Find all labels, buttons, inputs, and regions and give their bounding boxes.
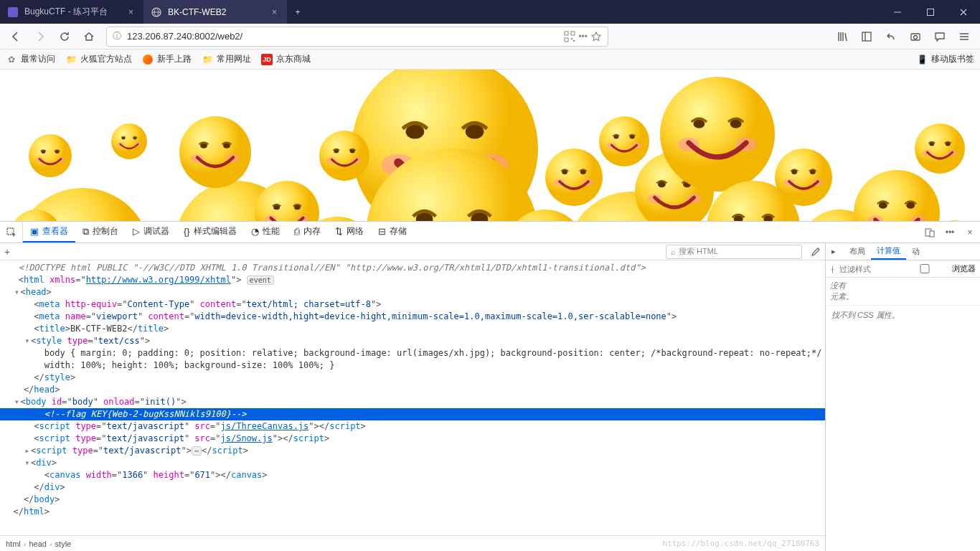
svg-point-57 (334, 149, 339, 153)
style-icon: {} (184, 226, 190, 237)
search-html-input[interactable]: ⌕ 搜索 HTML (666, 245, 802, 259)
console-icon: ⧉ (83, 226, 89, 237)
debugger-icon: ▷ (133, 226, 140, 237)
forward-button[interactable] (29, 26, 52, 47)
xmlns-link[interactable]: http://www.w3.org/1999/xhtml (86, 275, 231, 285)
tab-console[interactable]: ⧉控制台 (75, 222, 126, 242)
svg-rect-138 (930, 231, 934, 237)
favicon-icon (151, 6, 162, 18)
filter-styles-input[interactable] (839, 265, 890, 273)
tab-web2[interactable]: BK-CTF-WEB2 × (143, 0, 287, 24)
svg-point-98 (810, 170, 816, 174)
svg-point-88 (730, 119, 742, 128)
rules-tab-changes[interactable]: 动 (906, 243, 925, 260)
library-icon[interactable] (831, 26, 854, 47)
crumb-head[interactable]: head (29, 540, 46, 548)
qr-icon[interactable] (564, 31, 575, 42)
svg-point-43 (55, 150, 60, 154)
tab-storage[interactable]: ⊟存储 (371, 222, 414, 242)
tab-style-editor[interactable]: {}样式编辑器 (176, 222, 244, 242)
togglepane-button[interactable]: ▸ (826, 243, 844, 260)
svg-point-68 (580, 170, 586, 174)
svg-point-10 (914, 35, 918, 39)
memory-icon: ⎙ (294, 226, 300, 237)
watermark: https://blog.csdn.net/qq_27180763 (662, 539, 819, 548)
search-placeholder: 搜索 HTML (679, 246, 718, 257)
rules-tab-layout[interactable]: 布局 (844, 243, 871, 260)
sidebar-icon[interactable] (855, 26, 878, 47)
svg-point-58 (350, 149, 355, 153)
browser-styles-checkbox[interactable]: 浏览器 (900, 263, 976, 274)
devtools-close-button[interactable]: × (960, 227, 980, 237)
crumb-html[interactable]: html (6, 540, 21, 548)
bookmark-star-icon[interactable] (590, 31, 602, 42)
reload-button[interactable] (53, 26, 76, 47)
dom-tree[interactable]: <!DOCTYPE html PUBLIC "-//W3C//DTD XHTML… (0, 260, 825, 535)
minimize-button[interactable] (881, 0, 914, 24)
tab-label: 调试器 (143, 225, 169, 237)
network-icon: ⇅ (335, 226, 343, 237)
svg-point-42 (41, 150, 45, 154)
chat-icon[interactable] (928, 26, 951, 47)
rules-tab-computed[interactable]: 计算值 (871, 243, 906, 260)
svg-point-78 (630, 135, 635, 138)
tab-performance[interactable]: ◔性能 (244, 222, 287, 242)
bookmark-common[interactable]: 📁常用网址 (202, 53, 251, 65)
styles-pane: ▸ 布局 计算值 动 ⟊ 浏览器 没有元素。 找不到 CSS 属性。 (825, 243, 980, 551)
info-icon[interactable]: ⓘ (113, 30, 121, 42)
back-button[interactable] (4, 26, 27, 47)
new-tab-button[interactable]: + (287, 0, 308, 24)
svg-point-32 (273, 204, 280, 209)
selected-dom-line[interactable]: <!--flag KEY{Web-2-bugKssNNikls9100}--> (0, 408, 825, 420)
tab-label: 网络 (347, 225, 364, 237)
tab-memory[interactable]: ⎙内存 (287, 222, 328, 242)
screenshot-icon[interactable] (904, 26, 927, 47)
tab-network[interactable]: ⇅网络 (328, 222, 371, 242)
bookmark-jd[interactable]: JD京东商城 (261, 53, 311, 65)
tab-title: BK-CTF-WEB2 (168, 7, 269, 17)
bookmark-getting-started[interactable]: 新手上路 (142, 53, 192, 65)
tab-debugger[interactable]: ▷调试器 (126, 222, 176, 242)
devtools-more-button[interactable]: ••• (940, 227, 960, 237)
breadcrumb[interactable]: html› head› style https://blog.csdn.net/… (0, 535, 825, 551)
doctype-line: <!DOCTYPE html PUBLIC "-//W3C//DTD XHTML… (19, 263, 646, 273)
search-icon: ⌕ (671, 248, 676, 256)
perf-icon: ◔ (251, 226, 259, 237)
edit-html-button[interactable] (811, 247, 821, 257)
close-button[interactable] (947, 0, 980, 24)
svg-point-33 (294, 204, 301, 209)
crumb-style[interactable]: style (55, 540, 72, 548)
home-button[interactable] (77, 26, 100, 47)
svg-point-48 (133, 137, 137, 140)
folder-icon: 📁 (202, 54, 213, 65)
more-icon[interactable]: ••• (578, 32, 588, 42)
bookmark-mobile[interactable]: 📱移动版书签 (916, 53, 974, 65)
svg-rect-7 (573, 40, 575, 42)
undo-icon[interactable] (880, 26, 903, 47)
svg-point-112 (929, 142, 934, 146)
responsive-design-button[interactable] (920, 227, 940, 237)
url-text: 123.206.87.240:8002/web2/ (127, 31, 561, 42)
tab-bugku[interactable]: BugkuCTF - 练习平台 × (0, 0, 143, 24)
bookmark-frequent[interactable]: ✿最常访问 (6, 53, 55, 65)
svg-point-41 (29, 134, 72, 177)
tab-label: 存储 (390, 225, 407, 237)
svg-rect-6 (571, 38, 573, 39)
url-bar[interactable]: ⓘ 123.206.87.240:8002/web2/ ••• (106, 27, 608, 47)
menu-button[interactable] (953, 26, 976, 47)
event-badge[interactable]: event (247, 276, 274, 285)
svg-point-107 (879, 202, 887, 209)
close-icon[interactable]: × (126, 7, 136, 17)
maximize-button[interactable] (914, 0, 947, 24)
folder-icon: 📁 (65, 54, 77, 65)
svg-point-77 (613, 135, 618, 138)
tab-label: 内存 (303, 225, 321, 237)
close-icon[interactable]: × (269, 7, 280, 17)
tab-inspector[interactable]: ▣查看器 (23, 222, 75, 242)
gear-icon: ✿ (6, 54, 17, 65)
bookmark-firefox[interactable]: 📁火狐官方站点 (65, 53, 132, 65)
svg-point-113 (946, 142, 951, 146)
element-picker-button[interactable] (0, 222, 23, 242)
filter-icon: ⟊ (830, 265, 835, 273)
add-node-button[interactable]: + (4, 246, 10, 258)
